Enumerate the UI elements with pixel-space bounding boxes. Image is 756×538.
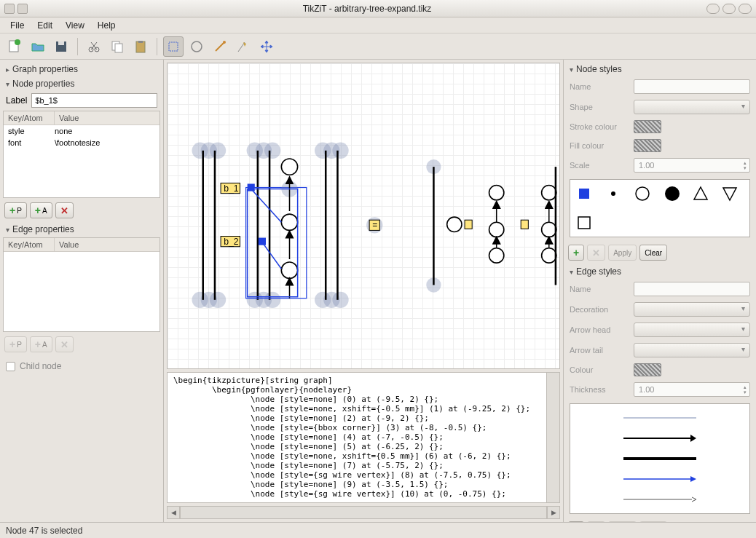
- svg-point-57: [447, 217, 462, 232]
- crop-tool[interactable]: [233, 36, 253, 57]
- svg-point-26: [264, 292, 280, 308]
- edge-apply-button: Apply: [608, 521, 637, 522]
- menu-help[interactable]: Help: [92, 19, 122, 32]
- palette-blue-square[interactable]: [576, 186, 592, 202]
- open-button[interactable]: [28, 36, 48, 57]
- scroll-left-button[interactable]: ◀: [167, 506, 180, 519]
- svg-point-69: [542, 248, 556, 263]
- palette-filled-circle[interactable]: [664, 186, 680, 202]
- menu-view[interactable]: View: [60, 19, 90, 32]
- svg-rect-45: [248, 183, 255, 191]
- node-kv-table[interactable]: Key/AtomValue stylenone font\footnotesiz…: [3, 111, 160, 198]
- menu-file[interactable]: File: [4, 19, 30, 32]
- move-tool[interactable]: [256, 36, 277, 57]
- edge-style-thin-arrow[interactable]: [623, 493, 696, 506]
- node-remove-button: ✕: [587, 245, 605, 261]
- titlebar: TikZiT - arbitrary-tree-expand.tikz: [0, 0, 756, 17]
- svg-point-39: [281, 159, 297, 175]
- node-add-button[interactable]: +: [568, 245, 584, 261]
- edge-name-input[interactable]: [634, 282, 750, 296]
- paste-button[interactable]: [130, 36, 151, 57]
- node-name-input[interactable]: [634, 79, 750, 94]
- svg-point-31: [332, 143, 348, 159]
- code-scrollbar[interactable]: [547, 372, 560, 503]
- svg-rect-9: [138, 41, 143, 43]
- new-button[interactable]: [4, 36, 25, 57]
- edge-properties-header[interactable]: ▾Edge properties: [3, 223, 160, 236]
- label-input[interactable]: [31, 93, 157, 108]
- select-tool[interactable]: [163, 36, 184, 57]
- svg-text:b_2: b_2: [224, 237, 239, 247]
- app-icon: [4, 4, 15, 14]
- edge-styles-header[interactable]: ▾Edge styles: [567, 265, 753, 278]
- shape-select[interactable]: [634, 100, 750, 114]
- svg-point-23: [264, 143, 280, 159]
- palette-circle[interactable]: [634, 186, 650, 202]
- add-property-button[interactable]: +P: [4, 202, 27, 218]
- menubar: File Edit View Help: [0, 17, 756, 33]
- edge-kv-table[interactable]: Key/AtomValue: [3, 237, 160, 332]
- node-styles-header[interactable]: ▾Node styles: [567, 63, 753, 76]
- palette-triangle-up[interactable]: [693, 186, 709, 202]
- graph-properties-header[interactable]: ▸Graph properties: [3, 63, 160, 76]
- decoration-select[interactable]: [634, 302, 750, 317]
- status-text: Node 47 is selected: [6, 526, 82, 536]
- svg-rect-7: [115, 44, 122, 52]
- add-atom-button-2: +A: [30, 336, 52, 352]
- edge-tool[interactable]: [210, 36, 230, 57]
- canvas[interactable]: b_1 b_2 =: [167, 63, 560, 369]
- node-palette: [570, 179, 750, 237]
- arrow-head-select[interactable]: [634, 323, 750, 337]
- stroke-swatch[interactable]: [634, 120, 661, 133]
- svg-text:b_1: b_1: [224, 183, 239, 194]
- svg-point-63: [489, 248, 504, 263]
- fill-swatch[interactable]: [634, 139, 661, 152]
- menu-edit[interactable]: Edit: [31, 19, 58, 32]
- add-atom-button[interactable]: +A: [30, 202, 52, 218]
- svg-text:=: =: [372, 220, 377, 230]
- palette-square[interactable]: [576, 215, 592, 231]
- right-panel: ▾Node styles Name Shape Stroke colour Fi…: [563, 60, 756, 522]
- palette-dot[interactable]: [605, 186, 621, 202]
- save-button[interactable]: [51, 36, 71, 57]
- copy-button[interactable]: [107, 36, 127, 57]
- svg-point-1: [15, 39, 20, 45]
- svg-point-41: [281, 214, 297, 230]
- svg-point-11: [192, 41, 202, 52]
- svg-point-12: [223, 41, 226, 44]
- edge-style-thick[interactable]: [623, 452, 696, 465]
- edge-colour-swatch[interactable]: [634, 363, 661, 376]
- child-node-checkbox[interactable]: [6, 362, 15, 371]
- node-tool[interactable]: [186, 36, 207, 57]
- h-scrollbar[interactable]: [180, 506, 547, 519]
- left-panel: ▸Graph properties ▾Node properties Label…: [0, 60, 164, 522]
- node-clear-button[interactable]: Clear: [639, 245, 667, 261]
- scroll-right-button[interactable]: ▶: [547, 506, 560, 519]
- svg-point-67: [542, 222, 556, 237]
- edge-clear-button: Clear: [639, 521, 667, 522]
- edge-palette: [570, 403, 750, 514]
- svg-point-15: [210, 143, 226, 159]
- svg-rect-8: [136, 41, 145, 52]
- add-property-button-2: +P: [4, 336, 27, 352]
- svg-point-72: [611, 191, 615, 196]
- svg-point-65: [542, 185, 556, 199]
- close-button[interactable]: [739, 4, 752, 14]
- scale-spinner[interactable]: 1.00: [634, 158, 750, 173]
- thickness-spinner[interactable]: 1.00: [634, 382, 750, 397]
- node-apply-button: Apply: [608, 245, 637, 261]
- svg-point-61: [489, 222, 504, 237]
- minimize-button[interactable]: [706, 4, 720, 14]
- maximize-button[interactable]: [722, 4, 736, 14]
- arrow-tail-select[interactable]: [634, 343, 750, 357]
- edge-style-blue-arrow[interactable]: [623, 472, 696, 486]
- palette-triangle-down[interactable]: [722, 186, 738, 202]
- remove-button[interactable]: ✕: [55, 202, 74, 218]
- edge-style-thin[interactable]: [623, 411, 696, 424]
- edge-style-arrow[interactable]: [623, 432, 696, 445]
- node-properties-header[interactable]: ▾Node properties: [3, 77, 160, 90]
- code-view[interactable]: \begin{tikzpicture}[string graph] \begin…: [167, 372, 547, 503]
- chevron-right-icon: ▸: [6, 66, 9, 74]
- cut-button[interactable]: [84, 36, 104, 57]
- svg-rect-71: [579, 189, 589, 199]
